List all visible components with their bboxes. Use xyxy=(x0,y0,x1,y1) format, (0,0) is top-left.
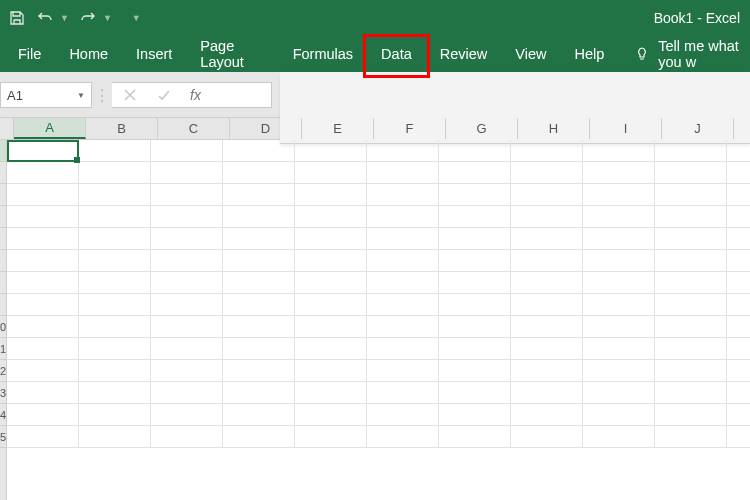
column-header[interactable]: A xyxy=(14,118,86,139)
tab-file[interactable]: File xyxy=(4,36,55,72)
cell[interactable] xyxy=(439,140,511,162)
cell[interactable] xyxy=(655,228,727,250)
cell[interactable] xyxy=(583,206,655,228)
cell[interactable] xyxy=(727,184,750,206)
cell[interactable] xyxy=(7,250,79,272)
tab-home[interactable]: Home xyxy=(55,36,122,72)
name-box-dropdown-icon[interactable]: ▼ xyxy=(77,91,85,100)
enter-icon[interactable] xyxy=(156,87,172,103)
row-header[interactable]: 2 xyxy=(0,360,6,382)
cell[interactable] xyxy=(79,382,151,404)
cell[interactable] xyxy=(367,294,439,316)
undo-icon[interactable] xyxy=(36,9,54,27)
row-header[interactable]: 5 xyxy=(0,426,6,448)
row-header[interactable]: 3 xyxy=(0,382,6,404)
column-header[interactable]: H xyxy=(518,118,590,139)
cell[interactable] xyxy=(511,184,583,206)
cell[interactable] xyxy=(151,250,223,272)
cell[interactable] xyxy=(367,206,439,228)
cell[interactable] xyxy=(511,426,583,448)
cell[interactable] xyxy=(79,338,151,360)
cell[interactable] xyxy=(223,228,295,250)
cell[interactable] xyxy=(79,140,151,162)
cell[interactable] xyxy=(7,140,79,162)
cell[interactable] xyxy=(223,404,295,426)
qat-customize-icon[interactable]: ▼ xyxy=(132,13,141,23)
cell[interactable] xyxy=(295,294,367,316)
cell[interactable] xyxy=(727,426,750,448)
cell[interactable] xyxy=(511,404,583,426)
row-header[interactable] xyxy=(0,250,6,272)
cell[interactable] xyxy=(295,162,367,184)
row-header[interactable]: 4 xyxy=(0,404,6,426)
tab-help[interactable]: Help xyxy=(560,36,618,72)
cell[interactable] xyxy=(727,228,750,250)
cell[interactable] xyxy=(367,382,439,404)
cell[interactable] xyxy=(79,316,151,338)
cell[interactable] xyxy=(439,184,511,206)
cell[interactable] xyxy=(511,294,583,316)
cell[interactable] xyxy=(151,162,223,184)
cell[interactable] xyxy=(7,360,79,382)
row-header[interactable] xyxy=(0,206,6,228)
column-header[interactable]: J xyxy=(662,118,734,139)
cell[interactable] xyxy=(583,272,655,294)
cell[interactable] xyxy=(151,228,223,250)
cell[interactable] xyxy=(295,338,367,360)
cell[interactable] xyxy=(223,206,295,228)
cell[interactable] xyxy=(367,338,439,360)
cell[interactable] xyxy=(439,426,511,448)
cell[interactable] xyxy=(583,228,655,250)
column-header[interactable]: I xyxy=(590,118,662,139)
fx-label[interactable]: fx xyxy=(190,87,201,103)
cell[interactable] xyxy=(295,140,367,162)
row-header[interactable]: 0 xyxy=(0,316,6,338)
cell[interactable] xyxy=(583,382,655,404)
cell[interactable] xyxy=(727,360,750,382)
cell[interactable] xyxy=(511,162,583,184)
cell[interactable] xyxy=(7,184,79,206)
cells-grid[interactable] xyxy=(7,140,750,500)
cell[interactable] xyxy=(7,404,79,426)
cell[interactable] xyxy=(79,162,151,184)
cell[interactable] xyxy=(79,228,151,250)
cell[interactable] xyxy=(511,228,583,250)
cell[interactable] xyxy=(511,272,583,294)
column-header[interactable]: G xyxy=(446,118,518,139)
cell[interactable] xyxy=(223,338,295,360)
select-all-corner[interactable] xyxy=(0,118,14,139)
cell[interactable] xyxy=(367,426,439,448)
cell[interactable] xyxy=(7,382,79,404)
cell[interactable] xyxy=(439,272,511,294)
undo-dropdown-icon[interactable]: ▼ xyxy=(60,13,69,23)
cell[interactable] xyxy=(151,404,223,426)
row-header[interactable]: 1 xyxy=(0,338,6,360)
cell[interactable] xyxy=(295,272,367,294)
column-header[interactable]: D xyxy=(230,118,302,139)
cell[interactable] xyxy=(223,382,295,404)
cell[interactable] xyxy=(367,272,439,294)
column-header[interactable]: C xyxy=(158,118,230,139)
cell[interactable] xyxy=(583,184,655,206)
tab-data[interactable]: Data xyxy=(367,36,426,72)
cell[interactable] xyxy=(439,316,511,338)
row-header[interactable] xyxy=(0,294,6,316)
cell[interactable] xyxy=(223,272,295,294)
redo-icon[interactable] xyxy=(79,9,97,27)
cell[interactable] xyxy=(655,140,727,162)
cell[interactable] xyxy=(151,316,223,338)
cell[interactable] xyxy=(439,250,511,272)
cell[interactable] xyxy=(727,316,750,338)
cell[interactable] xyxy=(655,206,727,228)
cell[interactable] xyxy=(655,294,727,316)
cell[interactable] xyxy=(655,316,727,338)
cell[interactable] xyxy=(727,250,750,272)
cell[interactable] xyxy=(295,316,367,338)
cell[interactable] xyxy=(7,228,79,250)
cell[interactable] xyxy=(727,382,750,404)
row-header[interactable] xyxy=(0,272,6,294)
cell[interactable] xyxy=(151,272,223,294)
cell[interactable] xyxy=(7,338,79,360)
cell[interactable] xyxy=(583,316,655,338)
row-header[interactable] xyxy=(0,228,6,250)
